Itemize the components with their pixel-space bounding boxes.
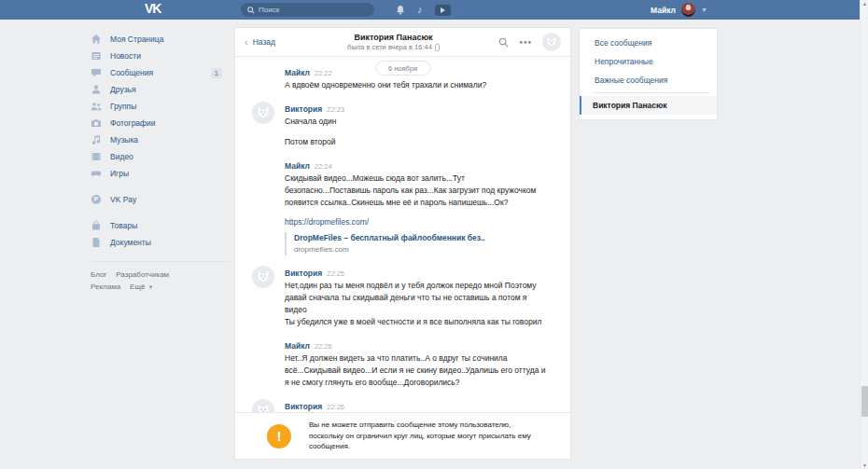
sidebar-item-games[interactable]: Игры [91,165,231,182]
chat-peer-avatar[interactable] [542,33,561,51]
film-icon [91,151,102,162]
footer-link-more[interactable]: Ещё [130,283,145,291]
sidebar-item-label: Сообщения [110,68,203,77]
sidebar-item-label: Документы [110,238,231,247]
message-link[interactable]: https://dropmefiles.com/ [285,216,553,228]
vk-logo[interactable]: VK [145,1,161,16]
footer-link-developers[interactable]: Разработчикам [116,270,169,279]
home-icon [91,34,102,45]
last-seen-text: была в сети вчера в 16:44 [347,43,432,51]
sidebar-item-label: Друзья [110,85,231,94]
message-filters-panel: Все сообщения Непрочитанные Важные сообщ… [579,28,718,120]
sender-avatar[interactable] [252,266,274,288]
sender-name[interactable]: Майкл [285,68,310,77]
sender-name[interactable]: Майкл [285,341,310,351]
sidebar-item-video[interactable]: Видео [91,148,231,165]
sidebar-footer: БлогРазработчикам РекламаЕщё▼ [91,261,231,294]
global-search[interactable] [241,3,374,17]
message-list: 6 ноября Майкл22:22 А вдвоём одновременн… [235,57,570,413]
sidebar-item-friends[interactable]: Друзья [91,81,231,98]
message-time: 22:26 [315,342,332,351]
video-chip [435,5,451,16]
messaging-restricted-notice: ! Вы не можете отправить сообщение этому… [235,412,570,459]
sidebar-item-market[interactable]: Товары [91,217,231,234]
sidebar-item-vkpay[interactable]: P VK Pay [91,191,231,208]
message-group: Виктория22:25 Нет,один раз ты меня подвё… [252,265,557,328]
link-attachment[interactable]: DropMeFiles – бесплатный файлообменник б… [285,232,553,255]
footer-link-ads[interactable]: Реклама [91,283,120,291]
message-time: 22:25 [327,269,344,278]
sidebar-item-docs[interactable]: Документы [91,234,231,251]
sidebar-item-label: Группы [110,102,231,111]
sidebar-item-label: Видео [110,152,231,161]
back-label: Назад [253,37,275,47]
message-body: Виктория22:26 Я тебе обещаю я тебя не об… [285,398,557,413]
chat-header: ‹ Назад Виктория Панасюк была в сети вче… [235,28,570,57]
news-icon [91,50,102,62]
sidebar-item-photos[interactable]: Фотографии [91,115,231,131]
message-text: А вдвоём одновременно они тебя трахали и… [285,79,548,91]
sidebar-item-label: VK Pay [110,195,231,204]
message-time: 22:26 [327,403,344,411]
message-group: Майкл22:26 Нет..Я должен видеть за что п… [252,338,557,389]
topbar-icons: ♪ [396,0,451,20]
search-in-chat-icon[interactable] [498,37,509,48]
sidebar-item-label: Новости [110,51,231,61]
sidebar-item-groups[interactable]: Группы [91,98,231,115]
music-icon[interactable]: ♪ [417,5,423,15]
filter-unread[interactable]: Непрочитанные [580,52,717,71]
chevron-left-icon: ‹ [245,37,248,48]
sidebar-item-messages[interactable]: Сообщения 1 [91,64,231,81]
chat-bubble-icon [91,67,102,78]
sender-avatar[interactable] [252,399,274,413]
chat-title: Виктория Панасюк [308,33,479,42]
sender-name[interactable]: Майкл [285,161,310,171]
message-body: Виктория22:25 Нет,один раз ты меня подвё… [285,265,557,328]
music-note-icon [91,134,102,145]
top-navigation-bar: VK ♪ Майкл ▼ [0,0,860,20]
message-time: 22:22 [315,69,332,77]
sidebar-item-news[interactable]: Новости [91,48,231,64]
search-input[interactable] [259,6,368,14]
unread-badge: 1 [211,68,222,78]
warning-text: Вы не можете отправить сообщение этому п… [309,420,540,452]
filter-selected-dialog[interactable]: Виктория Панасюк [580,96,717,115]
sidebar-item-my-page[interactable]: Моя Страница [91,31,231,48]
message-time: 22:23 [327,105,344,114]
page-scrollbar[interactable]: ▲ ▼ [860,0,868,469]
back-button[interactable]: ‹ Назад [245,37,308,48]
user-menu[interactable]: Майкл ▼ [651,0,707,20]
sidebar-item-label: Фотографии [110,118,231,128]
chat-panel: ‹ Назад Виктория Панасюк была в сети вче… [234,27,571,460]
message-group: Виктория22:26 Я тебе обещаю я тебя не об… [252,398,557,413]
more-actions-icon[interactable]: ••• [519,37,532,48]
video-icon[interactable] [435,5,451,16]
scrollbar-thumb[interactable] [861,386,868,417]
attachment-domain: dropmefiles.com [294,244,553,255]
message-group: Виктория22:23 Сначала один Потом второй [252,101,557,148]
chevron-down-icon: ▼ [147,284,153,290]
sender-avatar[interactable] [252,159,274,181]
chat-status: была в сети вчера в 16:44 [308,43,479,51]
sender-avatar[interactable] [252,338,274,361]
scroll-down-arrow[interactable]: ▼ [861,462,868,469]
sender-name[interactable]: Виктория [285,104,322,114]
sender-name[interactable]: Виктория [285,402,322,411]
divider [593,92,709,93]
notifications-bell-icon[interactable] [396,5,405,15]
scroll-up-arrow[interactable]: ▲ [861,0,868,7]
sender-name[interactable]: Виктория [285,269,322,278]
message-time: 22:24 [315,162,332,171]
sidebar-item-label: Товары [110,221,231,230]
footer-link-blog[interactable]: Блог [91,270,106,279]
person-icon [91,84,102,95]
message-text: Сначала один [285,116,548,128]
attachment-title: DropMeFiles – бесплатный файлообменник б… [294,232,553,243]
sidebar-item-music[interactable]: Музыка [91,131,231,148]
filter-important[interactable]: Важные сообщения [580,71,717,90]
filter-all-messages[interactable]: Все сообщения [580,34,717,52]
date-divider: 6 ноября [375,61,430,76]
sender-avatar[interactable] [252,65,274,88]
sender-avatar[interactable] [252,102,274,124]
message-text: Потом второй [285,136,548,148]
